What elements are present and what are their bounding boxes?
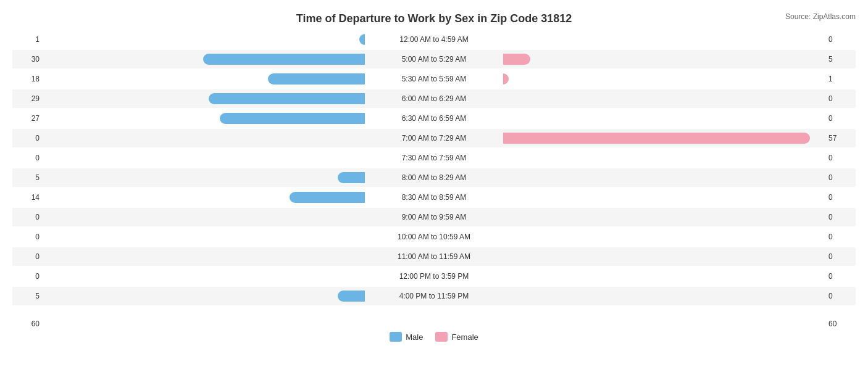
chart-row: 27 6:30 AM to 6:59 AM 0	[12, 109, 856, 128]
female-bar-container	[502, 109, 825, 128]
female-value: 1	[825, 75, 856, 83]
time-label: 12:00 PM to 3:59 PM	[366, 272, 502, 281]
time-label: 8:30 AM to 8:59 AM	[366, 193, 502, 202]
male-bar-container	[43, 50, 366, 68]
chart-row: 29 6:00 AM to 6:29 AM 0	[12, 89, 856, 108]
female-bar-container	[502, 267, 825, 286]
male-value: 0	[12, 134, 43, 142]
male-bar	[203, 54, 365, 65]
male-bar	[220, 113, 365, 124]
axis-right-label: 60	[825, 320, 856, 328]
female-value: 0	[825, 193, 856, 202]
legend: Male Female	[12, 332, 856, 342]
male-value: 0	[12, 213, 43, 221]
male-bar-container	[43, 228, 366, 246]
female-value: 0	[825, 272, 856, 281]
female-value: 0	[825, 252, 856, 261]
male-value: 5	[12, 292, 43, 300]
legend-female-box	[435, 332, 448, 342]
male-bar-container	[43, 247, 366, 266]
male-bar-container	[43, 287, 366, 305]
chart-row: 0 7:30 AM to 7:59 AM 0	[12, 149, 856, 167]
male-value: 1	[12, 35, 43, 44]
female-bar-container	[502, 70, 825, 88]
chart-row: 5 4:00 PM to 11:59 PM 0	[12, 287, 856, 305]
male-bar-container	[43, 267, 366, 286]
time-label: 6:00 AM to 6:29 AM	[366, 94, 502, 103]
male-value: 0	[12, 252, 43, 261]
female-value: 0	[825, 213, 856, 221]
time-label: 7:00 AM to 7:29 AM	[366, 134, 502, 142]
time-label: 9:00 AM to 9:59 AM	[366, 213, 502, 221]
male-bar-container	[43, 109, 366, 128]
female-bar-container	[502, 89, 825, 108]
female-bar-container	[502, 228, 825, 246]
chart-row: 30 5:00 AM to 5:29 AM 5	[12, 50, 856, 68]
female-bar-container	[502, 129, 825, 147]
male-bar	[338, 172, 365, 183]
male-value: 30	[12, 55, 43, 64]
time-label: 6:30 AM to 6:59 AM	[366, 114, 502, 123]
legend-female-label: Female	[451, 332, 478, 342]
bottom-row: 60 60	[12, 320, 856, 328]
legend-male-box	[390, 332, 402, 342]
male-bar	[268, 73, 365, 85]
female-bar-container	[502, 30, 825, 49]
legend-male-label: Male	[406, 332, 423, 342]
legend-area	[179, 320, 825, 328]
chart-area: 1 12:00 AM to 4:59 AM 0 30 5:00 AM to 5:…	[12, 30, 856, 317]
male-bar	[359, 34, 365, 45]
male-bar-container	[43, 70, 366, 88]
legend-female: Female	[435, 332, 478, 342]
female-value: 0	[825, 94, 856, 103]
male-value: 5	[12, 173, 43, 182]
time-label: 12:00 AM to 4:59 AM	[366, 35, 502, 44]
male-value: 14	[12, 193, 43, 202]
female-value: 0	[825, 154, 856, 162]
time-label: 8:00 AM to 8:29 AM	[366, 173, 502, 182]
chart-row: 14 8:30 AM to 8:59 AM 0	[12, 188, 856, 207]
chart-title: Time of Departure to Work by Sex in Zip …	[12, 12, 856, 25]
male-value: 27	[12, 114, 43, 123]
time-label: 5:30 AM to 5:59 AM	[366, 75, 502, 83]
chart-row: 0 7:00 AM to 7:29 AM 57	[12, 129, 856, 147]
male-bar	[209, 93, 365, 104]
male-bar-container	[43, 208, 366, 226]
time-label: 5:00 AM to 5:29 AM	[366, 55, 502, 64]
chart-container: Time of Departure to Work by Sex in Zip …	[0, 0, 868, 367]
male-value: 0	[12, 272, 43, 281]
male-bar	[290, 192, 365, 203]
male-bar-container	[43, 168, 366, 187]
chart-row: 5 8:00 AM to 8:29 AM 0	[12, 168, 856, 187]
male-value: 0	[12, 154, 43, 162]
legend-male: Male	[390, 332, 423, 342]
female-value: 0	[825, 114, 856, 123]
female-value: 0	[825, 292, 856, 300]
male-value: 29	[12, 94, 43, 103]
male-bar-container	[43, 89, 366, 108]
female-value: 5	[825, 55, 856, 64]
male-bar-container	[43, 188, 366, 207]
female-bar	[503, 54, 530, 65]
female-value: 0	[825, 35, 856, 44]
female-bar-container	[502, 188, 825, 207]
chart-row: 0 12:00 PM to 3:59 PM 0	[12, 267, 856, 286]
female-bar-container	[502, 247, 825, 266]
axis-left-label: 60	[12, 320, 43, 328]
female-bar-container	[502, 168, 825, 187]
chart-row: 0 9:00 AM to 9:59 AM 0	[12, 208, 856, 226]
male-value: 18	[12, 75, 43, 83]
axis-center-spacer	[43, 320, 179, 328]
female-bar-container	[502, 287, 825, 305]
male-bar-container	[43, 30, 366, 49]
female-bar	[503, 133, 810, 144]
female-bar	[503, 73, 509, 85]
female-value: 0	[825, 233, 856, 241]
source-text: Source: ZipAtlas.com	[785, 12, 856, 21]
male-bar-container	[43, 149, 366, 167]
female-value: 0	[825, 173, 856, 182]
time-label: 11:00 AM to 11:59 AM	[366, 252, 502, 261]
chart-row: 0 10:00 AM to 10:59 AM 0	[12, 228, 856, 246]
male-bar-container	[43, 129, 366, 147]
time-label: 7:30 AM to 7:59 AM	[366, 154, 502, 162]
